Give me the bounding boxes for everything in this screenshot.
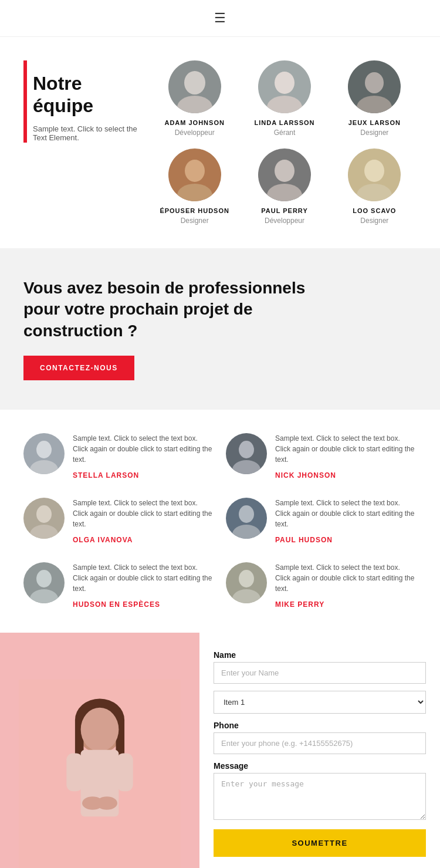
- member-role: Développeur: [175, 129, 215, 137]
- list-desc: Sample text. Click to select the text bo…: [275, 498, 417, 529]
- team-intro: Notre équipe Sample text. Click to selec…: [23, 60, 141, 142]
- team-list-grid: Sample text. Click to select the text bo…: [23, 433, 417, 609]
- avatar: [168, 148, 221, 201]
- member-role: Designer: [181, 217, 209, 225]
- team-member: LINDA LARSSON Gérant: [242, 60, 326, 137]
- svg-point-17: [30, 525, 58, 539]
- avatar: [23, 498, 65, 539]
- svg-point-1: [177, 96, 212, 113]
- team-member: ADAM JOHNSON Développeur: [153, 60, 236, 137]
- svg-point-12: [36, 441, 52, 458]
- team-member: PAUL PERRY Développeur: [242, 148, 326, 225]
- list-item: Sample text. Click to select the text bo…: [23, 433, 214, 480]
- list-desc: Sample text. Click to select the text bo…: [73, 498, 214, 529]
- svg-point-10: [364, 160, 384, 182]
- list-info: Sample text. Click to select the text bo…: [275, 562, 417, 609]
- svg-point-23: [232, 589, 260, 603]
- avatar: [258, 60, 311, 113]
- list-info: Sample text. Click to select the text bo…: [73, 433, 214, 480]
- team-title: Notre équipe: [33, 72, 141, 117]
- member-role: Designer: [360, 129, 388, 137]
- svg-rect-32: [117, 754, 133, 792]
- avatar: [258, 148, 311, 201]
- select-field-group: Item 1 Item 2 Item 3: [214, 691, 426, 714]
- message-label: Message: [214, 761, 426, 771]
- list-item: Sample text. Click to select the text bo…: [226, 498, 417, 545]
- contact-button[interactable]: CONTACTEZ-NOUS: [23, 356, 134, 380]
- list-name: PAUL HUDSON: [275, 536, 333, 544]
- svg-point-5: [357, 96, 392, 113]
- svg-point-19: [232, 525, 260, 539]
- cta-title: Vous avez besoin de professionnels pour …: [23, 278, 317, 342]
- svg-point-20: [36, 570, 52, 587]
- list-desc: Sample text. Click to select the text bo…: [73, 433, 214, 465]
- member-role: Développeur: [265, 217, 304, 225]
- team-member: JEUX LARSON Designer: [333, 60, 417, 137]
- list-info: Sample text. Click to select the text bo…: [73, 562, 214, 609]
- svg-point-21: [30, 589, 58, 603]
- cta-section: Vous avez besoin de professionnels pour …: [0, 248, 440, 410]
- svg-point-11: [357, 184, 392, 201]
- member-name: LOO SCAVO: [353, 207, 396, 214]
- svg-point-15: [232, 460, 260, 474]
- svg-point-22: [239, 570, 254, 587]
- svg-point-14: [239, 441, 254, 458]
- contact-image: [0, 633, 199, 868]
- name-label: Name: [214, 650, 426, 660]
- team-member: ÉPOUSER HUDSON Designer: [153, 148, 236, 225]
- avatar: [226, 562, 267, 603]
- menu-icon[interactable]: ☰: [214, 11, 226, 26]
- svg-point-16: [36, 505, 52, 523]
- list-item: Sample text. Click to select the text bo…: [23, 498, 214, 545]
- name-input[interactable]: [214, 662, 426, 684]
- list-item: Sample text. Click to select the text bo…: [23, 562, 214, 609]
- team-grid: ADAM JOHNSON Développeur LINDA LARSSON G…: [153, 60, 417, 225]
- svg-point-4: [365, 72, 384, 93]
- list-desc: Sample text. Click to select the text bo…: [73, 562, 214, 594]
- list-name: OLGA IVANOVA: [73, 536, 133, 544]
- avatar: [226, 433, 267, 474]
- member-name: JEUX LARSON: [348, 119, 401, 126]
- list-name: MIKE PERRY: [275, 600, 324, 609]
- team-subtitle: Sample text. Click to select the Text El…: [33, 124, 141, 142]
- message-field-group: Message: [214, 761, 426, 822]
- svg-point-34: [96, 796, 117, 810]
- member-name: ADAM JOHNSON: [164, 119, 224, 126]
- message-textarea[interactable]: [214, 773, 426, 820]
- red-accent-bar: [23, 60, 27, 143]
- member-name: ÉPOUSER HUDSON: [160, 207, 229, 214]
- svg-point-7: [177, 184, 212, 201]
- svg-point-3: [267, 96, 302, 113]
- team-member: LOO SCAVO Designer: [333, 148, 417, 225]
- list-name: NICK JHONSON: [275, 471, 336, 479]
- list-name: HUDSON EN ESPÈCES: [73, 600, 160, 609]
- phone-input[interactable]: [214, 732, 426, 754]
- svg-point-9: [267, 184, 302, 201]
- list-item: Sample text. Click to select the text bo…: [226, 562, 417, 609]
- svg-point-0: [184, 71, 205, 94]
- svg-rect-31: [66, 754, 83, 792]
- svg-point-6: [185, 160, 205, 182]
- avatar: [168, 60, 221, 113]
- avatar: [348, 148, 401, 201]
- phone-label: Phone: [214, 721, 426, 730]
- team-list-section: Sample text. Click to select the text bo…: [0, 410, 440, 633]
- svg-point-8: [275, 160, 295, 182]
- svg-point-18: [239, 505, 254, 523]
- list-info: Sample text. Click to select the text bo…: [73, 498, 214, 545]
- list-info: Sample text. Click to select the text bo…: [275, 498, 417, 545]
- member-name: PAUL PERRY: [261, 207, 307, 214]
- list-info: Sample text. Click to select the text bo…: [275, 433, 417, 480]
- avatar: [23, 562, 65, 603]
- member-name: LINDA LARSSON: [254, 119, 314, 126]
- avatar: [348, 60, 401, 113]
- list-name: STELLA LARSON: [73, 471, 139, 479]
- member-role: Gérant: [274, 129, 296, 137]
- avatar: [23, 433, 65, 474]
- list-desc: Sample text. Click to select the text bo…: [275, 562, 417, 594]
- item-select[interactable]: Item 1 Item 2 Item 3: [214, 691, 426, 714]
- svg-point-13: [30, 460, 58, 474]
- contact-form: Name Item 1 Item 2 Item 3 Phone Message …: [199, 633, 440, 868]
- team-section: Notre équipe Sample text. Click to selec…: [0, 37, 440, 248]
- submit-button[interactable]: SOUMETTRE: [214, 829, 426, 857]
